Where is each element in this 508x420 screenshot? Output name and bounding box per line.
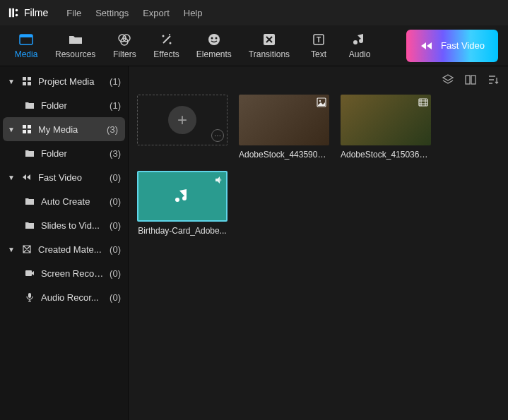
titlebar: Filme File Settings Export Help bbox=[0, 0, 508, 25]
svg-rect-28 bbox=[466, 76, 470, 84]
content-area: + ⋯ AdobeStock_44359060... AdobeStock_41… bbox=[129, 66, 508, 420]
svg-text:T: T bbox=[317, 36, 321, 44]
tab-label: Media bbox=[15, 49, 38, 59]
sidebar-item-audio-record[interactable]: Audio Recor... (0) bbox=[0, 285, 128, 309]
tab-resources[interactable]: Resources bbox=[47, 28, 104, 64]
svg-point-10 bbox=[169, 42, 171, 44]
menu-file[interactable]: File bbox=[66, 8, 81, 18]
media-item-image[interactable]: AdobeStock_44359060... bbox=[239, 95, 329, 160]
media-grid: + ⋯ AdobeStock_44359060... AdobeStock_41… bbox=[137, 95, 500, 236]
svg-rect-20 bbox=[23, 82, 26, 85]
svg-rect-29 bbox=[471, 76, 475, 84]
fast-forward-icon bbox=[21, 172, 33, 183]
svg-rect-19 bbox=[28, 77, 31, 80]
tab-effects[interactable]: Effects bbox=[145, 28, 187, 64]
media-caption: Birthday-Card_Adobe... bbox=[137, 226, 228, 236]
media-icon bbox=[19, 32, 33, 47]
sidebar-item-created-materials[interactable]: ▼ Created Mate... (0) bbox=[0, 237, 128, 261]
media-item-audio[interactable]: Birthday-Card_Adobe... bbox=[137, 171, 228, 236]
sidebar-item-screen-record[interactable]: Screen Recor... (0) bbox=[0, 261, 128, 285]
svg-rect-23 bbox=[28, 125, 31, 128]
import-media-card[interactable]: + ⋯ bbox=[137, 95, 228, 160]
folder-icon bbox=[24, 196, 35, 207]
layers-view-icon[interactable] bbox=[442, 73, 454, 86]
svg-point-14 bbox=[215, 37, 217, 39]
tab-audio[interactable]: Audio bbox=[339, 28, 380, 64]
grid-view-icon[interactable] bbox=[464, 73, 477, 86]
folder-icon bbox=[69, 32, 83, 47]
sidebar-item-auto-create[interactable]: Auto Create (0) bbox=[0, 189, 128, 213]
tree-label: Folder bbox=[41, 148, 104, 159]
svg-point-2 bbox=[16, 9, 18, 12]
more-icon[interactable]: ⋯ bbox=[211, 129, 224, 142]
tree-label: My Media bbox=[38, 124, 101, 135]
media-caption: AdobeStock_41503642... bbox=[341, 150, 431, 160]
menu-help[interactable]: Help bbox=[184, 8, 203, 18]
tree-count: (3) bbox=[107, 124, 118, 135]
tab-transitions[interactable]: Transitions bbox=[240, 28, 298, 64]
chevron-down-icon: ▼ bbox=[7, 246, 16, 253]
media-caption: AdobeStock_44359060... bbox=[239, 150, 329, 160]
folder-icon bbox=[24, 100, 35, 111]
tree-label: Auto Create bbox=[41, 196, 104, 207]
grid-icon bbox=[21, 76, 33, 87]
tab-text[interactable]: T Text bbox=[298, 28, 339, 64]
tree-label: Slides to Vid... bbox=[41, 220, 104, 231]
sidebar-item-project-media[interactable]: ▼ Project Media (1) bbox=[0, 69, 128, 93]
tree-count: (1) bbox=[110, 100, 121, 111]
tree-count: (0) bbox=[110, 268, 121, 279]
media-thumbnail[interactable] bbox=[341, 95, 431, 145]
svg-rect-32 bbox=[419, 99, 427, 106]
svg-rect-22 bbox=[23, 125, 26, 128]
audio-badge-icon bbox=[213, 175, 223, 185]
tab-label: Transitions bbox=[249, 49, 290, 59]
menu-export[interactable]: Export bbox=[143, 8, 170, 18]
tree-count: (0) bbox=[110, 196, 121, 207]
materials-icon bbox=[21, 244, 33, 255]
folder-icon bbox=[24, 220, 35, 231]
media-thumbnail[interactable] bbox=[239, 95, 329, 145]
media-thumbnail[interactable] bbox=[137, 171, 228, 222]
sort-icon[interactable] bbox=[487, 73, 500, 86]
filters-icon bbox=[117, 32, 131, 47]
svg-point-11 bbox=[169, 34, 170, 35]
music-note-icon bbox=[172, 186, 192, 206]
grid-icon bbox=[21, 124, 33, 135]
view-controls bbox=[442, 73, 500, 86]
tab-elements[interactable]: Elements bbox=[188, 28, 240, 64]
sidebar-item-my-folder[interactable]: Folder (3) bbox=[0, 141, 128, 165]
svg-rect-26 bbox=[25, 270, 32, 276]
tree-count: (1) bbox=[110, 76, 121, 87]
media-item-video[interactable]: AdobeStock_41503642... bbox=[341, 95, 431, 160]
fast-video-button[interactable]: Fast Video bbox=[406, 30, 498, 62]
tree-count: (0) bbox=[110, 292, 121, 303]
elements-icon bbox=[207, 32, 221, 47]
image-badge-icon bbox=[317, 97, 326, 107]
svg-rect-25 bbox=[28, 130, 31, 133]
sidebar-item-slides-to-video[interactable]: Slides to Vid... (0) bbox=[0, 213, 128, 237]
import-thumbnail[interactable]: + ⋯ bbox=[137, 95, 228, 145]
camera-icon bbox=[24, 268, 35, 279]
tree-label: Project Media bbox=[38, 76, 104, 87]
chevron-down-icon: ▼ bbox=[7, 174, 16, 181]
text-icon: T bbox=[312, 32, 326, 47]
tab-label: Resources bbox=[55, 49, 95, 59]
plus-icon: + bbox=[168, 106, 196, 134]
tab-media[interactable]: Media bbox=[6, 28, 47, 64]
tree-count: (0) bbox=[110, 220, 121, 231]
video-badge-icon bbox=[418, 97, 428, 107]
tree-label: Fast Video bbox=[38, 172, 104, 183]
tab-label: Filters bbox=[113, 49, 136, 59]
sidebar-item-fast-video[interactable]: ▼ Fast Video (0) bbox=[0, 165, 128, 189]
sidebar-item-my-media[interactable]: ▼ My Media (3) bbox=[3, 117, 125, 141]
menu-settings[interactable]: Settings bbox=[95, 8, 129, 18]
sidebar-item-project-folder[interactable]: Folder (1) bbox=[0, 93, 128, 117]
svg-rect-21 bbox=[28, 82, 31, 85]
svg-rect-27 bbox=[28, 293, 31, 298]
main-menu: File Settings Export Help bbox=[66, 8, 202, 18]
tree-count: (0) bbox=[110, 172, 121, 183]
svg-point-3 bbox=[16, 14, 18, 17]
body-area: ▼ Project Media (1) Folder (1) ▼ My Medi… bbox=[0, 66, 508, 420]
svg-rect-5 bbox=[20, 35, 33, 37]
tab-filters[interactable]: Filters bbox=[104, 28, 145, 64]
